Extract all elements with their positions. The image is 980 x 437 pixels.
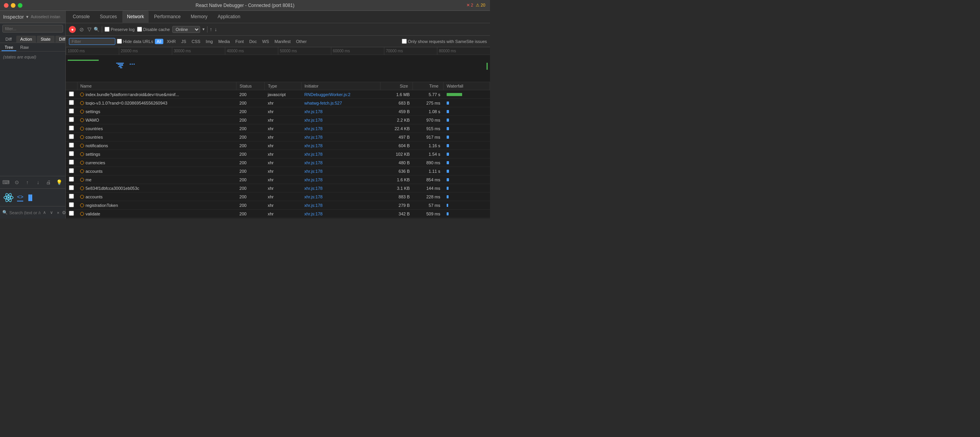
cell-initiator[interactable]: whatwg-fetch.js:527 <box>301 99 380 107</box>
tab-state[interactable]: State <box>37 36 55 43</box>
disable-cache-checkbox[interactable] <box>137 27 142 32</box>
table-row[interactable]: accounts200xhrxhr.js:178883 B228 ms <box>66 193 490 201</box>
table-row[interactable]: toqio-v3.1.0?rand=0.02086954655626094320… <box>66 99 490 107</box>
row-checkbox[interactable] <box>69 168 74 173</box>
row-checkbox[interactable] <box>69 151 74 156</box>
cell-initiator[interactable]: xhr.js:178 <box>301 193 380 201</box>
table-row[interactable]: me200xhrxhr.js:1781.6 KB854 ms <box>66 175 490 184</box>
samesite-label[interactable]: Only show requests with SameSite issues <box>402 39 487 44</box>
tab-memory[interactable]: Memory <box>186 11 212 23</box>
network-table-container[interactable]: Name Status Type Initiator Size Time Wat… <box>66 82 490 218</box>
initiator-link[interactable]: xhr.js:178 <box>304 143 322 148</box>
hide-data-urls-label[interactable]: Hide data URLs <box>117 39 153 44</box>
type-js-button[interactable]: JS <box>179 39 188 44</box>
col-waterfall-header[interactable]: Waterfall <box>444 82 490 90</box>
table-row[interactable]: currencies200xhrxhr.js:178480 B890 ms <box>66 158 490 167</box>
type-font-button[interactable]: Font <box>233 39 246 44</box>
stop-button[interactable]: ⊘ <box>78 26 85 33</box>
row-checkbox[interactable] <box>69 194 74 199</box>
table-row[interactable]: settings200xhrxhr.js:178102 KB1.54 s <box>66 150 490 158</box>
cell-initiator[interactable]: xhr.js:178 <box>301 167 380 175</box>
tab-network[interactable]: Network <box>122 11 149 23</box>
row-checkbox[interactable] <box>69 160 74 165</box>
table-row[interactable]: WAMO200xhrxhr.js:1782.2 KB970 ms <box>66 116 490 124</box>
row-checkbox[interactable] <box>69 134 74 139</box>
close-button[interactable] <box>4 3 9 8</box>
tab-performance[interactable]: Performance <box>149 11 185 23</box>
cell-initiator[interactable]: xhr.js:178 <box>301 201 380 210</box>
code-brackets-icon[interactable]: <> <box>17 194 23 201</box>
cell-initiator[interactable]: xhr.js:178 <box>301 158 380 167</box>
type-css-button[interactable]: CSS <box>190 39 202 44</box>
table-row[interactable]: validate200xhrxhr.js:178342 B509 ms <box>66 210 490 218</box>
table-row[interactable]: dashboard200xhrxhr.js:1783.0 KB521 ms <box>66 218 490 219</box>
cell-initiator[interactable]: xhr.js:178 <box>301 210 380 218</box>
search-close-button[interactable]: × <box>56 210 60 215</box>
search-input[interactable] <box>9 210 40 215</box>
row-checkbox[interactable] <box>69 211 74 216</box>
filter-input[interactable] <box>69 38 115 45</box>
table-row[interactable]: settings200xhrxhr.js:178459 B1.08 s <box>66 107 490 116</box>
search-up-button[interactable]: ∧ <box>42 210 47 215</box>
initiator-link[interactable]: xhr.js:178 <box>304 135 322 139</box>
tab-action[interactable]: Action <box>16 36 36 43</box>
preserve-log-label[interactable]: Preserve log <box>105 27 135 32</box>
bar-chart-icon[interactable]: ▐▌ <box>26 194 34 201</box>
row-checkbox[interactable] <box>69 108 74 114</box>
type-media-button[interactable]: Media <box>216 39 232 44</box>
initiator-link[interactable]: RNDebuggerWorker.js:2 <box>304 92 350 97</box>
table-row[interactable]: countries200xhrxhr.js:17822.4 KB915 ms <box>66 124 490 133</box>
initiator-link[interactable]: xhr.js:178 <box>304 169 322 174</box>
initiator-link[interactable]: xhr.js:178 <box>304 118 322 122</box>
initiator-link[interactable]: xhr.js:178 <box>304 177 322 182</box>
cell-initiator[interactable]: xhr.js:178 <box>301 150 380 158</box>
print-icon[interactable]: 🖨 <box>45 179 53 186</box>
hide-data-urls-checkbox[interactable] <box>117 39 122 44</box>
type-other-button[interactable]: Other <box>294 39 309 44</box>
row-checkbox[interactable] <box>69 143 74 148</box>
preserve-log-checkbox[interactable] <box>105 27 110 32</box>
col-size-header[interactable]: Size <box>380 82 413 90</box>
filter-icon[interactable]: ▽ <box>87 26 91 32</box>
samesite-checkbox[interactable] <box>402 39 407 44</box>
export-har-icon[interactable]: ↓ <box>214 26 217 32</box>
tab-tree[interactable]: Tree <box>2 44 16 51</box>
type-xhr-button[interactable]: XHR <box>165 39 178 44</box>
row-checkbox[interactable] <box>69 185 74 190</box>
cell-initiator[interactable]: RNDebuggerWorker.js:2 <box>301 90 380 99</box>
initiator-link[interactable]: xhr.js:178 <box>304 109 322 114</box>
type-manifest-button[interactable]: Manifest <box>272 39 293 44</box>
cell-initiator[interactable]: xhr.js:178 <box>301 116 380 124</box>
col-time-header[interactable]: Time <box>413 82 444 90</box>
row-checkbox[interactable] <box>69 91 74 96</box>
table-row[interactable]: countries200xhrxhr.js:178497 B917 ms <box>66 133 490 141</box>
minimize-button[interactable] <box>11 3 15 8</box>
cell-initiator[interactable]: xhr.js:178 <box>301 175 380 184</box>
col-initiator-header[interactable]: Initiator <box>301 82 380 90</box>
cell-initiator[interactable]: xhr.js:178 <box>301 124 380 133</box>
initiator-link[interactable]: xhr.js:178 <box>304 160 322 165</box>
keyboard-icon[interactable]: ⌨ <box>2 179 10 186</box>
row-checkbox[interactable] <box>69 126 74 131</box>
search-network-icon[interactable]: 🔍 <box>94 27 99 32</box>
tab-sources[interactable]: Sources <box>95 11 122 23</box>
row-checkbox[interactable] <box>69 100 74 105</box>
table-row[interactable]: index.bundle?platform=android&dev=true&m… <box>66 90 490 99</box>
type-doc-button[interactable]: Doc <box>247 39 259 44</box>
initiator-link[interactable]: xhr.js:178 <box>304 203 322 208</box>
chevron-down-icon[interactable]: ▾ <box>202 27 205 32</box>
cell-initiator[interactable]: xhr.js:178 <box>301 141 380 150</box>
initiator-link[interactable]: xhr.js:178 <box>304 152 322 157</box>
record-button[interactable]: ● <box>69 26 76 33</box>
cell-initiator[interactable]: xhr.js:178 <box>301 218 380 219</box>
col-status-header[interactable]: Status <box>236 82 265 90</box>
upload-icon[interactable]: ↑ <box>24 179 31 186</box>
table-row[interactable]: accounts200xhrxhr.js:178636 B1.11 s <box>66 167 490 175</box>
cell-initiator[interactable]: xhr.js:178 <box>301 133 380 141</box>
initiator-link[interactable]: xhr.js:178 <box>304 212 322 216</box>
import-har-icon[interactable]: ↑ <box>210 26 212 32</box>
table-row[interactable]: registrationToken200xhrxhr.js:178279 B57… <box>66 201 490 210</box>
initiator-link[interactable]: whatwg-fetch.js:527 <box>304 101 342 105</box>
type-img-button[interactable]: Img <box>204 39 215 44</box>
table-row[interactable]: 5e834f1dbfcca30001eb053c200xhrxhr.js:178… <box>66 184 490 193</box>
